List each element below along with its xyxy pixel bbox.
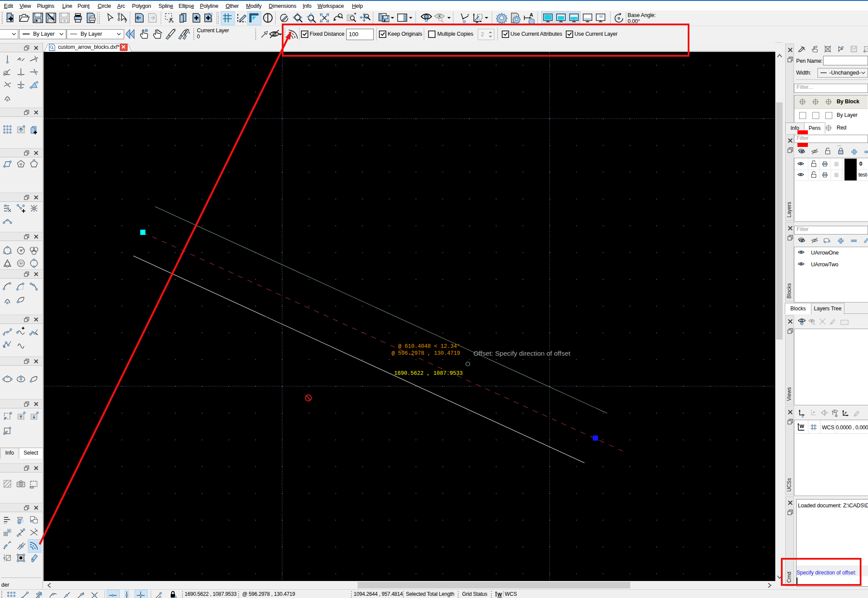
- svg-text:W: W: [800, 424, 804, 429]
- svg-text:x: x: [467, 13, 469, 17]
- svg-text:@ 596.2978 , 130.4719: @ 596.2978 , 130.4719: [392, 350, 460, 357]
- svg-text:?: ?: [124, 18, 127, 24]
- svg-text:w: w: [475, 20, 479, 24]
- svg-text:@ 610.4048 < 12.34°: @ 610.4048 < 12.34°: [398, 343, 460, 350]
- svg-text:1690.5622 , 1087.9533: 1690.5622 , 1087.9533: [394, 370, 463, 377]
- svg-text:A: A: [530, 12, 533, 17]
- svg-text:W: W: [497, 592, 502, 597]
- svg-text:Offset: Specify direction of o: Offset: Specify direction of offset: [473, 350, 571, 357]
